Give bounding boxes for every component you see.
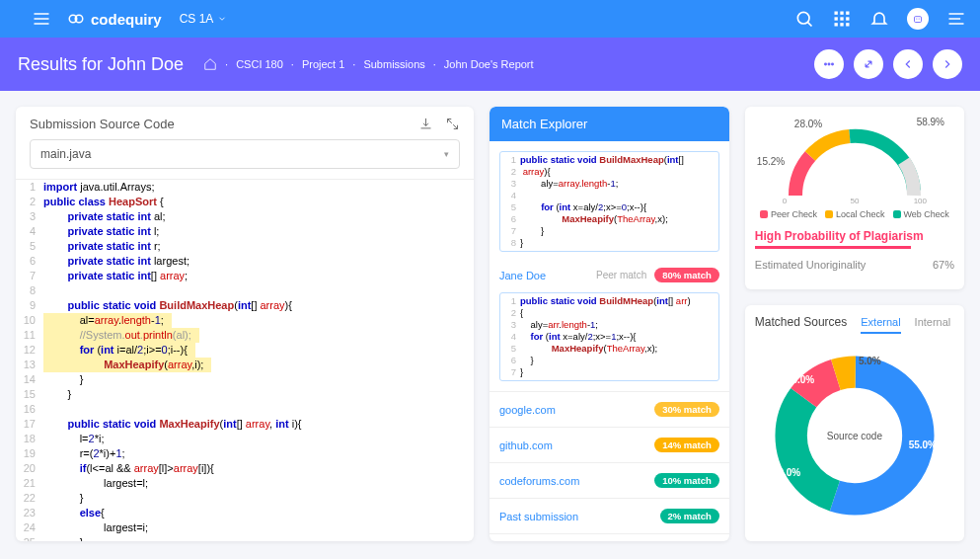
slice-label: 5.0%	[859, 356, 881, 366]
fullscreen-icon[interactable]	[445, 117, 460, 131]
gauge-chart: 15.2% 28.0% 58.9% 0 50 100	[755, 117, 954, 205]
svg-point-15	[825, 63, 827, 65]
match-panel: Match Explorer 1public static void Build…	[490, 107, 729, 541]
peer-type: Peer match	[596, 270, 646, 280]
right-column: 15.2% 28.0% 58.9% 0 50 100 Peer CheckLoc…	[745, 107, 964, 541]
source-panel: Submission Source Code main.java 1import…	[16, 107, 474, 541]
home-icon[interactable]	[203, 57, 217, 71]
gauge-label: 28.0%	[794, 119, 822, 129]
source-name: github.com	[499, 439, 553, 451]
source-name: Past submission	[499, 511, 578, 522]
svg-rect-4	[840, 12, 843, 15]
expand-button[interactable]	[854, 49, 883, 79]
code-line: 20 if(l<=al && array[l]>array[i]){	[16, 461, 474, 476]
match-badge: 14% match	[654, 438, 719, 452]
crumb[interactable]: CSCI 180	[236, 58, 283, 70]
sources-panel: Matched Sources External Internal Source…	[745, 305, 964, 541]
course-label: CS 1A	[180, 12, 214, 26]
tab-internal[interactable]: Internal	[915, 316, 951, 332]
page-title: Results for John Doe	[18, 54, 184, 75]
code-line: 24 largest=i;	[16, 520, 474, 535]
donut-center: Source code	[827, 431, 882, 441]
svg-rect-3	[835, 12, 838, 15]
code-line: 25 }	[16, 535, 474, 541]
code-line: 6 private static int largest;	[16, 254, 474, 269]
svg-rect-6	[835, 17, 838, 20]
chevron-down-icon	[217, 14, 227, 24]
match-snippet: 1public static void BuildMaxHeap(int[]2 …	[499, 151, 719, 252]
external-match-row[interactable]: Past submission2% match	[499, 503, 719, 529]
external-match-row[interactable]: github.com14% match	[499, 432, 719, 458]
donut-chart: Source code 55.0% 30.0% 10.0% 5.0%	[755, 340, 954, 531]
slice-label: 10.0%	[787, 374, 814, 385]
svg-rect-10	[840, 23, 843, 26]
brand-label: codequiry	[91, 11, 162, 28]
probability-bar	[755, 246, 911, 249]
source-title: Submission Source Code	[30, 117, 175, 131]
match-snippet: 1public static void BuildMHeap(int[] arr…	[499, 292, 719, 381]
match-badge: 80% match	[654, 268, 719, 282]
code-line: 15 }	[16, 387, 474, 402]
crumb[interactable]: John Doe's Report	[444, 58, 534, 70]
source-name: codeforums.com	[499, 475, 579, 487]
code-line: 16	[16, 402, 474, 417]
est-label: Estimated Unoriginality	[755, 259, 867, 271]
code-line: 23 else{	[16, 506, 474, 520]
tab-external[interactable]: External	[861, 316, 900, 334]
code-line: 21 largest=l;	[16, 476, 474, 491]
svg-rect-12	[915, 17, 922, 23]
filename: main.java	[40, 147, 91, 161]
code-line: 11 //System.out.println(al);	[16, 328, 474, 343]
svg-rect-11	[846, 23, 849, 26]
brand[interactable]: codequiry	[67, 10, 162, 28]
breadcrumb: ·CSCI 180 ·Project 1 ·Submissions ·John …	[203, 57, 534, 71]
gauge-legend: Peer CheckLocal CheckWeb Check	[755, 209, 954, 219]
svg-rect-8	[846, 17, 849, 20]
code-line: 18 l=2*i;	[16, 432, 474, 446]
code-line: 22 }	[16, 491, 474, 506]
sources-title: Matched Sources	[755, 315, 847, 329]
legend-item: Local Check	[825, 209, 885, 219]
code-line: 2public class HeapSort {	[16, 195, 474, 209]
code-line: 7 private static int[] array;	[16, 269, 474, 283]
code-line: 17 public static void MaxHeapify(int[] a…	[16, 417, 474, 432]
course-dropdown[interactable]: CS 1A	[180, 12, 228, 26]
source-code[interactable]: 1import java.util.Arrays;2public class H…	[16, 179, 474, 541]
settings-icon[interactable]	[946, 9, 966, 29]
subheader: Results for John Doe ·CSCI 180 ·Project …	[0, 38, 980, 91]
avatar[interactable]	[907, 8, 929, 30]
external-match-row[interactable]: google.com30% match	[499, 396, 719, 423]
more-button[interactable]	[814, 49, 844, 79]
svg-point-14	[919, 18, 920, 19]
gauge-label: 15.2%	[757, 156, 785, 167]
est-value: 67%	[933, 259, 954, 271]
slice-label: 55.0%	[909, 439, 937, 450]
crumb[interactable]: Submissions	[363, 58, 424, 70]
code-line: 5 private static int r;	[16, 239, 474, 254]
peer-match-row[interactable]: Jane Doe Peer match 80% match	[499, 262, 719, 288]
apps-icon[interactable]	[832, 9, 852, 29]
forward-button[interactable]	[933, 49, 962, 79]
svg-point-17	[832, 63, 834, 65]
svg-point-16	[828, 63, 830, 65]
bell-icon[interactable]	[869, 9, 889, 29]
code-line: 12 for (int i=al/2;i>=0;i--){	[16, 343, 474, 358]
svg-rect-9	[835, 23, 838, 26]
code-line: 10 al=array.length-1;	[16, 313, 474, 328]
file-dropdown[interactable]: main.java	[30, 139, 460, 169]
back-button[interactable]	[893, 49, 923, 79]
peer-name: Jane Doe	[499, 270, 546, 281]
external-match-row[interactable]: codeforums.com10% match	[499, 467, 719, 494]
legend-item: Peer Check	[760, 209, 817, 219]
match-badge: 2% match	[660, 509, 719, 523]
code-line: 13 MaxHeapify(array,i);	[16, 358, 474, 372]
code-line: 9 public static void BuildMaxHeap(int[] …	[16, 298, 474, 313]
menu-icon[interactable]	[32, 9, 51, 29]
search-icon[interactable]	[794, 9, 814, 29]
download-icon[interactable]	[418, 117, 433, 131]
code-line: 3 private static int al;	[16, 209, 474, 224]
slice-label: 30.0%	[773, 467, 800, 478]
svg-point-13	[916, 18, 917, 19]
legend-item: Web Check	[893, 209, 949, 219]
crumb[interactable]: Project 1	[302, 58, 344, 70]
